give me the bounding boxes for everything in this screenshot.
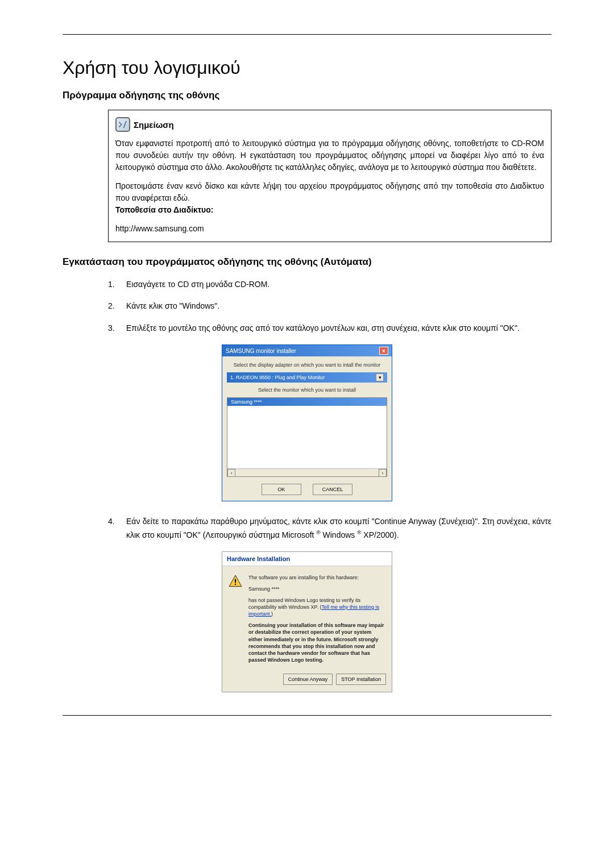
monitor-listbox[interactable]: Samsung **** ‹ › — [227, 397, 387, 477]
hardware-dialog-screenshot: Hardware Installation The software you a… — [63, 551, 551, 693]
dialog1-instruction-2: Select the monitor which you want to ins… — [227, 387, 387, 393]
dialog1-title-text: SAMSUNG monitor installer — [226, 348, 296, 354]
samsung-installer-dialog: SAMSUNG monitor installer × Select the d… — [222, 344, 392, 501]
scroll-right-icon[interactable]: › — [379, 469, 387, 477]
page-title: Χρήση του λογισμικού — [63, 57, 551, 78]
install-steps: 1. Εισαγάγετε το CD στη μονάδα CD-ROM. 2… — [108, 278, 551, 334]
step-4-text: Εάν δείτε το παρακάτω παράθυρο μηνύματος… — [126, 515, 551, 541]
step-2: 2. Κάντε κλικ στο "Windows". — [108, 300, 551, 312]
step-1: 1. Εισαγάγετε το CD στη μονάδα CD-ROM. — [108, 278, 551, 290]
step-3: 3. Επιλέξτε το μοντέλο της οθόνης σας απ… — [108, 322, 551, 334]
installer-dialog-screenshot: SAMSUNG monitor installer × Select the d… — [63, 344, 551, 501]
note-label: Σημείωση — [134, 120, 174, 130]
internet-label: Τοποθεσία στο Διαδίκτυο: — [115, 205, 213, 214]
dialog1-instruction-1: Select the display adapter on which you … — [227, 362, 387, 368]
dialog2-line2: Samsung **** — [248, 585, 386, 592]
registered-symbol: ® — [316, 529, 320, 535]
monitor-list-item[interactable]: Samsung **** — [227, 398, 387, 406]
scroll-left-icon[interactable]: ‹ — [227, 469, 235, 477]
note-body: Όταν εμφανιστεί προτροπή από το λειτουργ… — [115, 138, 544, 235]
dialog2-button-row: Continue Anyway STOP Installation — [222, 674, 392, 692]
note-para-1: Όταν εμφανιστεί προτροπή από το λειτουργ… — [115, 138, 544, 173]
note-para-2: Προετοιμάστε έναν κενό δίσκο και κάντε λ… — [115, 180, 544, 216]
dialog2-line1: The software you are installing for this… — [248, 574, 386, 581]
ok-button[interactable]: OK — [262, 484, 301, 495]
dialog2-content: The software you are installing for this… — [248, 574, 386, 668]
note-icon — [115, 117, 130, 132]
dialog2-warning-para: Continuing your installation of this sof… — [248, 622, 386, 663]
top-divider — [63, 34, 551, 35]
dialog2-titlebar: Hardware Installation — [222, 552, 392, 566]
step-4: 4. Εάν δείτε το παρακάτω παράθυρο μηνύμα… — [108, 515, 551, 541]
dialog1-body: Select the display adapter on which you … — [222, 356, 392, 501]
cancel-button[interactable]: CANCEL — [313, 484, 352, 495]
svg-rect-1 — [235, 583, 236, 584]
bottom-divider — [63, 715, 551, 716]
close-icon[interactable]: × — [379, 347, 388, 355]
section-driver-title: Πρόγραμμα οδήγησης της οθόνης — [63, 90, 551, 101]
listbox-scrollbar: ‹ › — [227, 468, 387, 476]
note-url: http://www.samsung.com — [115, 223, 544, 235]
dialog2-line3: has not passed Windows Logo testing to v… — [248, 597, 386, 617]
adapter-dropdown[interactable]: 1. RADEON 9550 : Plug and Play Monitor ▾ — [227, 372, 387, 383]
hardware-installation-dialog: Hardware Installation The software you a… — [222, 551, 392, 693]
note-box: Σημείωση Όταν εμφανιστεί προτροπή από το… — [108, 110, 551, 242]
dialog1-button-row: OK CANCEL — [227, 484, 387, 495]
dialog1-titlebar: SAMSUNG monitor installer × — [222, 345, 392, 356]
note-header: Σημείωση — [115, 117, 544, 132]
stop-installation-button[interactable]: STOP Installation — [336, 674, 386, 685]
svg-rect-0 — [235, 579, 236, 582]
warning-icon — [228, 574, 243, 589]
section-install-title: Εγκατάσταση του προγράμματος οδήγησης τη… — [63, 256, 551, 268]
chevron-down-icon[interactable]: ▾ — [376, 373, 384, 381]
dialog2-body: The software you are installing for this… — [222, 566, 392, 674]
install-steps-cont: 4. Εάν δείτε το παρακάτω παράθυρο μηνύμα… — [108, 515, 551, 541]
continue-anyway-button[interactable]: Continue Anyway — [283, 674, 333, 685]
